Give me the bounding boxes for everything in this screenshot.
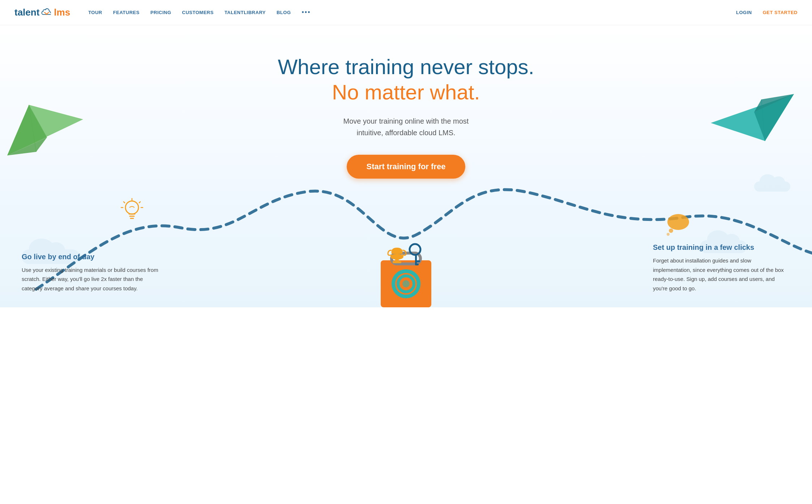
svg-point-8: [125, 201, 138, 214]
hero-title-line1: Where training never stops.: [278, 54, 534, 80]
cta-button[interactable]: Start training for free: [347, 155, 466, 179]
logo-talent-text: talent: [14, 7, 39, 18]
nav-pricing[interactable]: PRICING: [150, 10, 171, 15]
navbar: talent lms TOUR FEATURES PRICING CUSTOME…: [0, 0, 812, 25]
svg-point-21: [402, 280, 410, 287]
feature-live-title: Go live by end of day: [22, 253, 159, 261]
hero-subtitle: Move your training online with the most …: [330, 115, 482, 138]
nav-links: TOUR FEATURES PRICING CUSTOMERS TALENTLI…: [88, 9, 736, 16]
get-started-link[interactable]: GET STARTED: [763, 10, 798, 15]
nav-tour[interactable]: TOUR: [88, 10, 102, 15]
feature-setup-text: Forget about installation guides and slo…: [653, 256, 790, 293]
hero-title-line2: No matter what.: [332, 80, 480, 105]
nav-features[interactable]: FEATURES: [113, 10, 140, 15]
nav-more[interactable]: •••: [302, 9, 311, 16]
hero-section: Where training never stops. No matter wh…: [0, 25, 812, 307]
nav-right: LOGIN GET STARTED: [736, 10, 798, 15]
features-strip: Go live by end of day Use your existing …: [0, 243, 812, 307]
nav-customers[interactable]: CUSTOMERS: [182, 10, 214, 15]
feature-live: Go live by end of day Use your existing …: [22, 253, 159, 293]
svg-rect-28: [393, 261, 401, 263]
svg-rect-25: [415, 264, 419, 265]
svg-rect-23: [415, 254, 417, 265]
logo-cloud-icon: [40, 8, 53, 17]
feature-setup: Set up training in a few clicks Forget a…: [653, 243, 790, 293]
svg-point-16: [667, 233, 670, 236]
logo[interactable]: talent lms: [14, 7, 70, 18]
login-link[interactable]: LOGIN: [736, 10, 752, 15]
nav-talentlibrary[interactable]: TALENTLIBRARY: [225, 10, 266, 15]
logo-lms-text: lms: [54, 7, 70, 18]
svg-line-11: [124, 202, 125, 203]
thought-bubble-icon: [664, 212, 693, 239]
left-paper-plane: [0, 90, 87, 164]
feature-setup-title: Set up training in a few clicks: [653, 243, 790, 252]
svg-point-15: [669, 228, 673, 233]
center-bag-illustration: [370, 228, 442, 307]
svg-line-10: [139, 202, 140, 203]
cloud-3: [754, 181, 790, 192]
nav-blog[interactable]: BLOG: [277, 10, 291, 15]
svg-rect-24: [415, 260, 420, 262]
lightbulb-icon: [119, 197, 145, 228]
feature-live-text: Use your existing training materials or …: [22, 265, 159, 293]
svg-point-14: [667, 214, 689, 230]
right-paper-plane: [707, 83, 801, 157]
